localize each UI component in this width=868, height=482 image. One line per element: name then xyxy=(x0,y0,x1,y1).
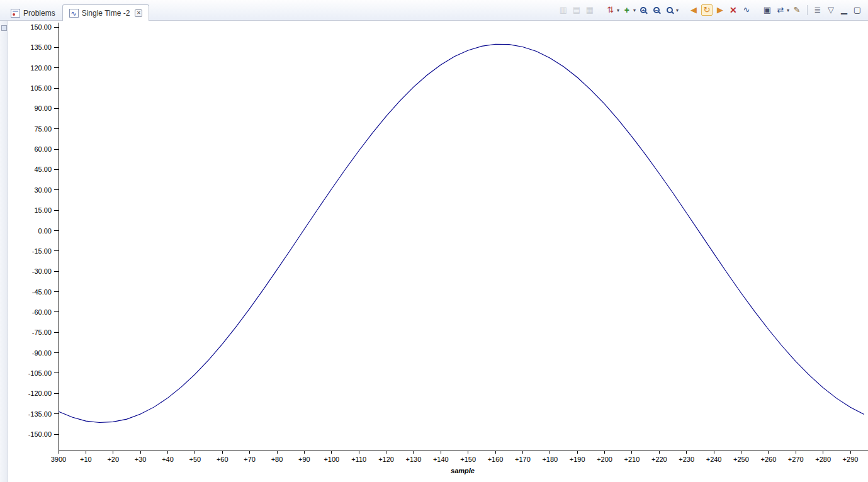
svg-text:+190: +190 xyxy=(570,456,585,463)
svg-text:+280: +280 xyxy=(815,456,831,463)
svg-text:0.00: 0.00 xyxy=(38,227,52,235)
svg-text:105.00: 105.00 xyxy=(30,84,52,92)
svg-text:+220: +220 xyxy=(651,456,667,463)
svg-text:150.00: 150.00 xyxy=(30,23,52,31)
svg-text:+30: +30 xyxy=(135,456,147,463)
svg-text:+160: +160 xyxy=(488,456,504,463)
svg-text:+100: +100 xyxy=(324,456,339,463)
freeze-data-icon[interactable]: ▣ xyxy=(762,4,773,16)
scroll-left-icon[interactable]: ◀ xyxy=(688,4,699,16)
svg-text:-30.00: -30.00 xyxy=(32,267,52,275)
scroll-right-icon[interactable]: ▶ xyxy=(714,4,726,16)
toolbar-sep xyxy=(807,5,808,15)
zoom-out-icon[interactable]: − xyxy=(651,4,662,16)
svg-text:+70: +70 xyxy=(244,456,256,463)
svg-text:120.00: 120.00 xyxy=(30,64,52,72)
view-chevron-icon[interactable]: ▽ xyxy=(825,4,837,16)
svg-text:-90.00: -90.00 xyxy=(32,349,52,357)
svg-text:-60.00: -60.00 xyxy=(32,308,52,316)
graph-type-icon[interactable]: ∿ xyxy=(741,4,752,16)
svg-text:+170: +170 xyxy=(515,456,531,463)
tab-close-icon[interactable]: ✕ xyxy=(135,9,142,17)
svg-text:3900: 3900 xyxy=(51,456,66,463)
maximize-view-icon[interactable]: ▢ xyxy=(852,4,863,16)
svg-text:60.00: 60.00 xyxy=(34,145,52,153)
svg-text:45.00: 45.00 xyxy=(34,165,52,173)
svg-text:90.00: 90.00 xyxy=(34,104,52,112)
waveform-chart[interactable]: 150.00135.00120.00105.0090.0075.0060.004… xyxy=(0,0,868,482)
view-menu-icon[interactable]: ≣ xyxy=(812,4,823,16)
problems-icon xyxy=(11,9,20,18)
import-data-icon: ▦ xyxy=(584,4,595,16)
svg-text:+270: +270 xyxy=(788,456,804,463)
svg-text:+40: +40 xyxy=(162,456,174,463)
svg-text:+180: +180 xyxy=(542,456,558,463)
svg-text:sample: sample xyxy=(451,467,475,474)
svg-text:+110: +110 xyxy=(351,456,366,463)
tab-problems-label: Problems xyxy=(23,9,55,18)
add-graph-icon[interactable]: + xyxy=(621,4,633,16)
svg-text:+250: +250 xyxy=(733,456,749,463)
sort-icon[interactable]: ⇅ xyxy=(605,4,616,16)
zoom-in-icon[interactable]: + xyxy=(638,4,649,16)
sort-icon-dropdown[interactable]: ▾ xyxy=(617,8,619,13)
add-graph-icon-dropdown[interactable]: ▾ xyxy=(633,8,636,13)
svg-text:+290: +290 xyxy=(843,456,859,463)
svg-text:-135.00: -135.00 xyxy=(28,410,52,418)
svg-text:+10: +10 xyxy=(80,456,92,463)
svg-text:+210: +210 xyxy=(624,456,640,463)
tab-single-time-label: Single Time -2 xyxy=(82,9,130,18)
svg-text:-105.00: -105.00 xyxy=(28,369,52,377)
svg-text:-120.00: -120.00 xyxy=(28,390,52,397)
zoom-fit-icon[interactable] xyxy=(664,4,675,16)
svg-text:+90: +90 xyxy=(298,456,310,463)
svg-text:+150: +150 xyxy=(460,456,476,463)
transfer-data-icon-dropdown[interactable]: ▾ xyxy=(787,8,789,13)
svg-text:+240: +240 xyxy=(706,456,722,463)
svg-text:+140: +140 xyxy=(433,456,449,463)
graph-toolbar: ▥▤▦⇅▾+▾+−▾◀↻▶✕∿▣⇄▾✎≣▽▁▢ xyxy=(558,4,868,16)
svg-text:+80: +80 xyxy=(271,456,283,463)
tab-single-time[interactable]: ∿ Single Time -2 ✕ xyxy=(62,4,150,21)
svg-text:75.00: 75.00 xyxy=(34,125,52,133)
svg-text:+200: +200 xyxy=(597,456,612,463)
svg-text:15.00: 15.00 xyxy=(34,206,52,214)
svg-text:+130: +130 xyxy=(406,456,422,463)
svg-text:+120: +120 xyxy=(378,456,394,463)
svg-text:-45.00: -45.00 xyxy=(32,288,52,296)
svg-text:+50: +50 xyxy=(189,456,201,463)
export-data-icon: ▥ xyxy=(558,4,569,16)
svg-text:-75.00: -75.00 xyxy=(32,328,52,336)
tab-problems[interactable]: Problems xyxy=(4,5,62,20)
svg-text:+260: +260 xyxy=(760,456,776,463)
svg-text:+20: +20 xyxy=(107,456,119,463)
waveform-icon: ∿ xyxy=(69,9,79,18)
svg-text:+60: +60 xyxy=(217,456,228,463)
svg-text:-150.00: -150.00 xyxy=(28,430,52,438)
restore-view-icon[interactable] xyxy=(1,25,7,31)
svg-text:+230: +230 xyxy=(679,456,694,463)
transfer-data-icon[interactable]: ⇄ xyxy=(775,4,786,16)
view-tabbar: Problems ∿ Single Time -2 ✕ ▥▤▦⇅▾+▾+−▾◀↻… xyxy=(0,0,868,21)
minimize-view-icon[interactable]: ▁ xyxy=(838,4,850,16)
fast-view-trim xyxy=(0,21,8,482)
zoom-fit-icon-dropdown[interactable]: ▾ xyxy=(676,8,679,13)
pin-data-icon: ▤ xyxy=(571,4,582,16)
svg-text:135.00: 135.00 xyxy=(30,43,52,51)
remove-all-icon[interactable]: ✕ xyxy=(728,4,739,16)
graph-properties-icon[interactable]: ✎ xyxy=(791,4,803,16)
svg-text:-15.00: -15.00 xyxy=(32,247,52,255)
sync-refresh-icon[interactable]: ↻ xyxy=(701,4,713,16)
svg-text:30.00: 30.00 xyxy=(34,186,52,194)
